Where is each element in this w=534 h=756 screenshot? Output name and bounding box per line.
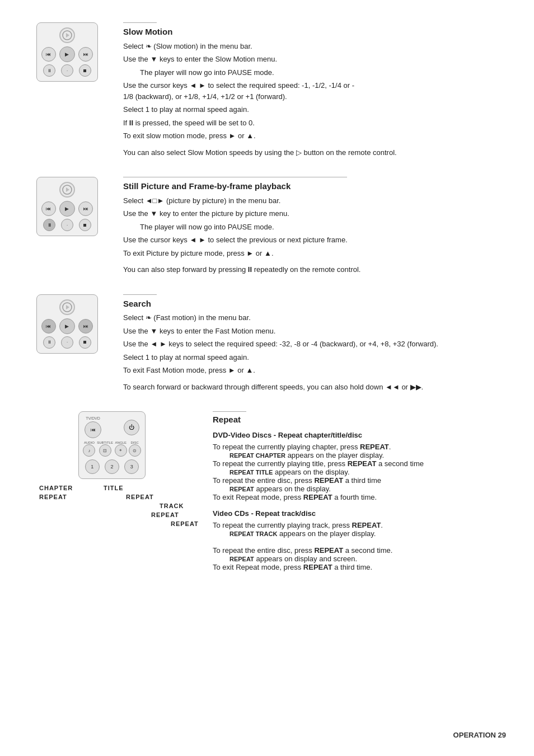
vcd-line1: To repeat the currently playing track, p… xyxy=(213,521,506,529)
vcd-line2: REPEAT TRACK appears on the player displ… xyxy=(229,529,506,538)
chapter-label: CHAPTER xyxy=(39,485,73,491)
repeat-right: Repeat DVD-Video Discs - Repeat chapter/… xyxy=(202,411,506,571)
vcd-line3 xyxy=(213,538,506,546)
slow-motion-text: Slow Motion Select ❧ (Slow motion) in th… xyxy=(112,22,506,160)
sp-line4: Use the cursor keys ◄ ► to select the pr… xyxy=(123,234,506,246)
sm-line1: Select ❧ (Slow motion) in the menu bar. xyxy=(123,41,506,52)
vcd-line4: To repeat the entire disc, press REPEAT … xyxy=(213,546,506,555)
track-label: TRACK xyxy=(160,503,184,509)
btn-1: 1 xyxy=(85,459,100,474)
vcd-subtitle: Video CDs - Repeat track/disc xyxy=(213,509,506,518)
repeat-section: TV/DVD ⏮ ⏻ AUDIO ♪ xyxy=(22,411,506,571)
sp-line2: Use the ▼ key to enter the picture by pi… xyxy=(123,208,506,219)
btn-tvdvd: ⏮ xyxy=(85,421,101,438)
btn-3: 3 xyxy=(124,459,139,474)
repeat-remote-wrap: TV/DVD ⏮ ⏻ AUDIO ♪ xyxy=(22,411,202,479)
search-section: ⏮ ▶ ⏭ ⏸ · ⏹ Search Select ❧ (Fast motion… xyxy=(22,294,506,395)
still-picture-title: Still Picture and Frame-by-frame playbac… xyxy=(123,180,506,193)
repeat-row3: 1 2 3 xyxy=(82,459,142,474)
remote-bottom-sm: ⏸ · ⏹ xyxy=(40,64,94,77)
sp-line1: Select ◄□► (picture by picture) in the m… xyxy=(123,195,506,206)
slow-motion-section: ⏮ ▶ ⏭ ⏸ · ⏹ Slow Motion Select ❧ (Slow m… xyxy=(22,22,506,160)
remote-search: ⏮ ▶ ⏭ ⏸ · ⏹ xyxy=(36,294,98,354)
footer-text: OPERATION 29 xyxy=(453,731,506,739)
sm-line3: The player will now go into PAUSE mode. xyxy=(140,67,506,78)
remote-bottom-search: ⏸ · ⏹ xyxy=(40,336,94,349)
sm-line2: Use the ▼ keys to enter the Slow Motion … xyxy=(123,54,506,65)
dvd-line5: To repeat the entire disc, press REPEAT … xyxy=(213,476,506,485)
sm-line4: Use the cursor keys ◄ ► to select the re… xyxy=(123,80,506,102)
repeat-title: Repeat xyxy=(213,415,506,424)
btn-stop-search: ⏹ xyxy=(79,336,91,349)
btn-2: 2 xyxy=(105,459,119,474)
remote-lens-search xyxy=(59,299,75,315)
remote-bottom-still: ⏸ · ⏹ xyxy=(40,219,94,231)
btn-disc: ⊙ xyxy=(129,444,141,457)
btn-play-sm: ▶ xyxy=(59,46,75,62)
btn-prev-still: ⏮ xyxy=(41,201,56,216)
dvd-line7: To exit Repeat mode, press REPEAT a four… xyxy=(213,493,506,501)
vcd-line5: REPEAT appears on display and screen. xyxy=(229,555,506,563)
search-title: Search xyxy=(123,298,506,311)
repeat-row2: AUDIO ♪ SUBTITLE ⊡ ANGLE ⌖ xyxy=(82,441,142,457)
chapter-repeat-label: REPEAT xyxy=(39,494,67,500)
sr-line3: Use the ◄ ► keys to select the required … xyxy=(123,339,506,350)
sp-note: You can also step forward by pressing II… xyxy=(123,264,506,275)
still-picture-remote-col: ⏮ ▶ ⏭ ⏸ · ⏹ xyxy=(22,177,112,236)
disc-repeat-label: REPEAT xyxy=(171,520,199,527)
slow-motion-remote-col: ⏮ ▶ ⏭ ⏸ · ⏹ xyxy=(22,22,112,82)
slow-motion-title: Slow Motion xyxy=(123,26,506,39)
still-divider xyxy=(123,177,347,177)
btn-play-search: ▶ xyxy=(59,318,75,334)
btn-pause-still: ⏸ xyxy=(43,219,55,231)
btn-next-sm: ⏭ xyxy=(78,47,93,62)
title-repeat-label: REPEAT xyxy=(126,494,154,500)
search-text: Search Select ❧ (Fast motion) in the men… xyxy=(112,294,506,395)
dvd-line3: To repeat the currently playing title, p… xyxy=(213,459,506,468)
remote-lens-still xyxy=(59,182,75,198)
remote-repeat: TV/DVD ⏮ ⏻ AUDIO ♪ xyxy=(78,411,146,479)
search-remote-col: ⏮ ▶ ⏭ ⏸ · ⏹ xyxy=(22,294,112,354)
dvd-line6: REPEAT appears on the display. xyxy=(229,485,506,493)
remote-lens-sm xyxy=(59,27,75,43)
repeat-divider xyxy=(213,411,246,412)
dvd-line4: REPEAT TITLE appears on the display. xyxy=(229,468,506,476)
btn-next-search: ⏭ xyxy=(78,319,93,334)
btn-stop-sm: ⏹ xyxy=(79,64,91,77)
remote-buttons-search: ⏮ ▶ ⏭ xyxy=(40,318,94,334)
btn-next-still: ⏭ xyxy=(78,201,93,216)
sm-line5: Select 1 to play at normal speed again. xyxy=(123,104,506,115)
btn-pause-search: ⏸ xyxy=(43,336,55,349)
sr-line1: Select ❧ (Fast motion) in the menu bar. xyxy=(123,312,506,323)
btn-angle: ⌖ xyxy=(115,444,127,457)
btn-power: ⏻ xyxy=(124,420,139,435)
track-repeat-label: REPEAT xyxy=(151,511,179,518)
dvd-subtitle: DVD-Video Discs - Repeat chapter/title/d… xyxy=(213,431,506,439)
sr-line2: Use the ▼ keys to enter the Fast Motion … xyxy=(123,326,506,337)
repeat-left: TV/DVD ⏮ ⏻ AUDIO ♪ xyxy=(22,411,202,571)
sm-note: You can also select Slow Motion speeds b… xyxy=(123,147,506,158)
page-container: ⏮ ▶ ⏭ ⏸ · ⏹ Slow Motion Select ❧ (Slow m… xyxy=(0,0,534,756)
btn-stop-still: ⏹ xyxy=(79,219,91,231)
sr-note: To search forward or backward through di… xyxy=(123,382,506,393)
remote-buttons-sm: ⏮ ▶ ⏭ xyxy=(40,46,94,62)
still-picture-text: Still Picture and Frame-by-frame playbac… xyxy=(112,177,506,278)
search-divider xyxy=(123,294,157,295)
dvd-line2: REPEAT CHAPTER appears on the player dis… xyxy=(229,451,506,459)
repeat-inner: TV/DVD ⏮ ⏻ AUDIO ♪ xyxy=(22,411,506,571)
btn-pause-sm: ⏸ xyxy=(43,64,55,77)
btn-subtitle: ⊡ xyxy=(99,444,111,457)
remote-buttons-still: ⏮ ▶ ⏭ xyxy=(40,201,94,217)
sm-line7: To exit slow motion mode, press ► or ▲. xyxy=(123,130,506,142)
btn-play-still: ▶ xyxy=(59,201,75,217)
btn-dot-sm: · xyxy=(61,64,73,77)
sm-line6: If II is pressed, the speed will be set … xyxy=(123,118,506,129)
btn-audio: ♪ xyxy=(83,444,95,457)
remote-slow-motion: ⏮ ▶ ⏭ ⏸ · ⏹ xyxy=(36,22,98,82)
sp-line3: The player will now go into PAUSE mode. xyxy=(140,222,506,233)
btn-dot-search: · xyxy=(61,336,73,349)
sr-line5: To exit Fast Motion mode, press ► or ▲. xyxy=(123,365,506,376)
vcd-line6: To exit Repeat mode, press REPEAT a thir… xyxy=(213,563,506,571)
btn-prev-sm: ⏮ xyxy=(41,47,56,62)
remote-repeat-rows: TV/DVD ⏮ ⏻ AUDIO ♪ xyxy=(82,416,142,474)
